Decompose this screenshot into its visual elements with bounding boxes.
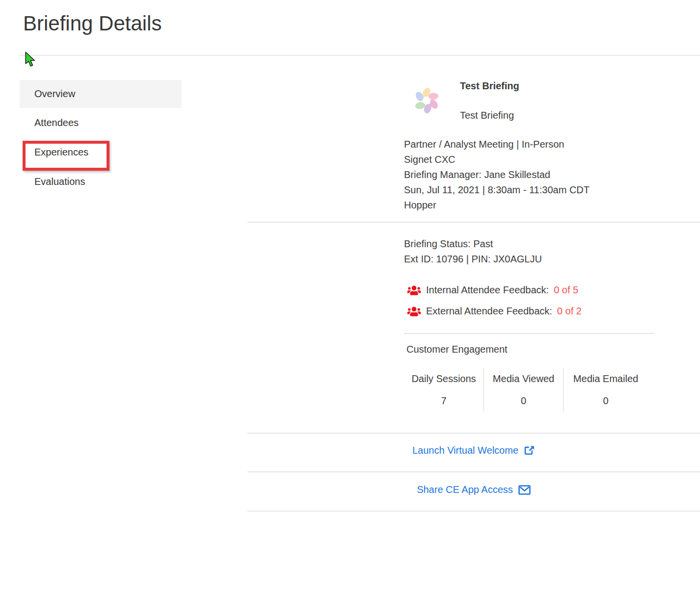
title-divider: [19, 55, 700, 56]
share-ce-app-access-link[interactable]: Share CE App Access: [417, 484, 531, 495]
sidebar-item-label: Evaluations: [34, 176, 85, 187]
sidebar-item-overview[interactable]: Overview: [20, 80, 182, 108]
attendee-feedback-block: Internal Attendee Feedback: 0 of 5 Exter…: [407, 283, 582, 325]
ext-id-pin-line: Ext ID: 10796 | PIN: JX0AGLJU: [404, 252, 542, 267]
envelope-icon: [518, 485, 531, 495]
section-divider: [247, 222, 700, 223]
section-divider: [404, 333, 654, 334]
company-line: Signet CXC: [404, 152, 590, 167]
section-divider: [247, 471, 700, 472]
external-feedback-row: External Attendee Feedback: 0 of 2: [407, 304, 582, 318]
external-feedback-value: 0 of 2: [557, 306, 582, 317]
datetime-line: Sun, Jul 11, 2021 | 8:30am - 11:30am CDT: [404, 182, 590, 198]
sidebar-item-label: Experiences: [34, 147, 88, 158]
briefing-subtitle: Test Briefing: [460, 110, 514, 121]
briefing-logo-icon: [413, 85, 440, 116]
column-header-media-emailed: Media Emailed: [564, 368, 648, 390]
manager-line: Briefing Manager: Jane Skillestad: [404, 167, 590, 182]
section-divider: [247, 511, 700, 512]
internal-feedback-row: Internal Attendee Feedback: 0 of 5: [407, 283, 582, 297]
sidebar-item-evaluations[interactable]: Evaluations: [20, 167, 182, 196]
customer-engagement-table: Daily Sessions Media Viewed Media Emaile…: [404, 368, 648, 412]
daily-sessions-value: 7: [404, 390, 484, 412]
section-divider: [247, 433, 700, 434]
media-viewed-value: 0: [484, 390, 564, 412]
sidebar-item-attendees[interactable]: Attendees: [20, 108, 182, 137]
location-line: Hopper: [404, 198, 590, 213]
launch-virtual-welcome-label: Launch Virtual Welcome: [412, 445, 518, 456]
internal-feedback-label: Internal Attendee Feedback:: [426, 284, 549, 296]
column-header-media-viewed: Media Viewed: [484, 368, 564, 390]
cursor-pointer-icon: [25, 51, 39, 68]
briefing-details-block: Partner / Analyst Meeting | In-Person Si…: [404, 137, 590, 213]
briefing-status-line: Briefing Status: Past: [404, 236, 542, 252]
sidebar-item-experiences[interactable]: Experiences: [20, 137, 182, 167]
column-header-daily-sessions: Daily Sessions: [404, 368, 484, 390]
launch-virtual-welcome-row: Launch Virtual Welcome: [247, 445, 700, 456]
external-link-icon: [524, 445, 535, 456]
users-icon: [407, 306, 421, 317]
status-block: Briefing Status: Past Ext ID: 10796 | PI…: [404, 236, 542, 267]
users-icon: [407, 285, 421, 296]
briefing-details-page: Briefing Details Overview Attendees Expe…: [0, 0, 700, 592]
share-ce-app-access-label: Share CE App Access: [417, 484, 513, 495]
share-ce-app-access-row: Share CE App Access: [247, 484, 700, 495]
sidebar-nav: Overview Attendees Experiences Evaluatio…: [20, 80, 182, 196]
media-emailed-value: 0: [564, 390, 648, 412]
sidebar-item-label: Attendees: [34, 117, 79, 129]
sidebar-item-label: Overview: [34, 88, 75, 100]
internal-feedback-value: 0 of 5: [554, 284, 578, 296]
launch-virtual-welcome-link[interactable]: Launch Virtual Welcome: [412, 445, 535, 456]
external-feedback-label: External Attendee Feedback:: [426, 306, 552, 317]
meeting-type-line: Partner / Analyst Meeting | In-Person: [404, 137, 590, 152]
briefing-title: Test Briefing: [460, 80, 519, 92]
customer-engagement-title: Customer Engagement: [406, 344, 508, 355]
page-title: Briefing Details: [23, 12, 162, 35]
